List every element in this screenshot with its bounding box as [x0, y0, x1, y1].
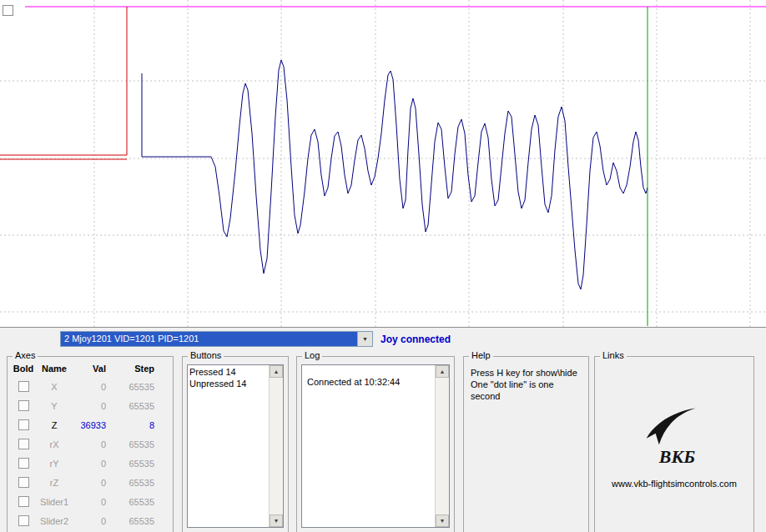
axis-step: 8	[108, 420, 159, 430]
axis-name: Slider1	[36, 497, 73, 507]
axes-group: Axes Bold Name Val Step X 0 65535 Y 0 65…	[7, 356, 174, 532]
axes-table-rows: X 0 65535 Y 0 65535 Z 36933 8 rX 0 65535…	[11, 377, 169, 530]
bold-checkbox[interactable]	[18, 400, 29, 411]
links-group-title: Links	[600, 350, 627, 360]
axis-row: rX 0 65535	[11, 434, 169, 454]
axis-value: 0	[73, 516, 108, 526]
arrow-down-icon: ▼	[274, 518, 280, 524]
header-val: Val	[73, 364, 108, 374]
buttons-scrollbar[interactable]: ▲ ▼	[269, 365, 283, 527]
axis-step: 65535	[108, 401, 159, 411]
axis-name: Slider2	[36, 516, 73, 526]
buttons-group: Buttons Pressed 14Unpressed 14 ▲ ▼	[182, 356, 289, 532]
log-item: Connected at 10:32:44	[307, 376, 434, 388]
axis-value: 0	[73, 497, 108, 507]
chevron-down-icon: ▼	[362, 336, 368, 342]
button-event-item: Unpressed 14	[189, 378, 268, 389]
axis-step: 65535	[108, 439, 159, 449]
axis-name: Z	[36, 420, 73, 430]
header-step: Step	[108, 364, 159, 374]
joy-status-label: Joy connected	[380, 334, 451, 345]
log-list-items: Connected at 10:32:44	[302, 365, 436, 527]
header-bold: Bold	[11, 364, 36, 374]
axis-value: 0	[73, 439, 108, 449]
axis-value: 0	[73, 478, 108, 488]
axes-table-header: Bold Name Val Step	[11, 364, 169, 374]
axis-name: Y	[36, 401, 73, 411]
scroll-down-button[interactable]: ▼	[270, 514, 283, 527]
axis-step: 65535	[108, 478, 159, 488]
arrow-down-icon: ▼	[440, 518, 446, 524]
axis-name: rZ	[36, 478, 73, 488]
arrow-up-icon: ▲	[274, 369, 280, 374]
scroll-down-button[interactable]: ▼	[436, 514, 449, 527]
button-event-item: Pressed 14	[189, 366, 268, 378]
help-group-title: Help	[469, 350, 493, 360]
vkb-logo-text: ВКБ	[658, 447, 695, 467]
help-text: Press H key for show\hide One "dot line"…	[464, 357, 588, 402]
axis-name: rY	[36, 459, 73, 469]
header-name: Name	[36, 364, 73, 374]
vkb-logo-bird	[647, 409, 696, 445]
bold-checkbox[interactable]	[18, 477, 29, 488]
axes-group-title: Axes	[13, 350, 38, 360]
device-selector-value: 2 Mjoy1201 VID=1201 PID=1201	[61, 332, 357, 346]
scroll-up-button[interactable]: ▲	[270, 365, 283, 378]
buttons-list-items: Pressed 14Unpressed 14	[188, 365, 270, 527]
combo-dropdown-button[interactable]: ▼	[357, 332, 372, 346]
log-scrollbar[interactable]: ▲ ▼	[435, 365, 449, 527]
axis-name: X	[36, 382, 73, 392]
axes-plot-area	[0, 0, 766, 328]
axis-step: 65535	[108, 459, 159, 469]
links-group: Links ВКБ www.vkb-flightsimcontrols.com	[594, 356, 754, 532]
help-line: Press H key for show\hide	[471, 367, 585, 379]
axis-step: 65535	[108, 497, 159, 507]
chart-checkbox[interactable]	[3, 5, 13, 16]
help-line: One "dot line" is one second	[471, 379, 585, 402]
scroll-up-button[interactable]: ▲	[436, 365, 449, 378]
vkb-logo: ВКБ	[641, 405, 711, 469]
bold-checkbox[interactable]	[18, 381, 29, 392]
bold-checkbox[interactable]	[18, 439, 29, 449]
log-group-title: Log	[302, 350, 322, 360]
axis-step: 65535	[108, 516, 159, 526]
log-listbox[interactable]: Connected at 10:32:44 ▲ ▼	[301, 364, 450, 528]
help-group: Help Press H key for show\hide One "dot …	[463, 356, 589, 532]
axis-row: rY 0 65535	[11, 454, 169, 473]
axis-row: rZ 0 65535	[11, 473, 169, 492]
axis-step: 65535	[108, 382, 159, 392]
bold-checkbox[interactable]	[18, 515, 29, 526]
axis-value: 36933	[73, 420, 108, 430]
axis-value: 0	[73, 401, 108, 411]
bold-checkbox[interactable]	[18, 458, 29, 469]
axis-row: Slider1 0 65535	[11, 492, 169, 511]
axis-row: Y 0 65535	[11, 396, 169, 415]
axis-name: rX	[36, 439, 73, 449]
axis-row: Z 36933 8	[11, 415, 169, 434]
buttons-listbox[interactable]: Pressed 14Unpressed 14 ▲ ▼	[187, 364, 284, 528]
z-axis-trace	[142, 60, 648, 289]
axes-plot	[0, 0, 766, 327]
device-selector[interactable]: 2 Mjoy1201 VID=1201 PID=1201 ▼	[60, 331, 373, 347]
arrow-up-icon: ▲	[440, 369, 446, 374]
axis-row: X 0 65535	[11, 377, 169, 396]
axis-value: 0	[73, 459, 108, 469]
bold-checkbox[interactable]	[18, 419, 29, 430]
bold-checkbox[interactable]	[18, 496, 29, 507]
log-group: Log Connected at 10:32:44 ▲ ▼	[296, 356, 455, 532]
buttons-group-title: Buttons	[188, 350, 224, 360]
axis-value: 0	[73, 382, 108, 392]
vkb-website-link[interactable]: www.vkb-flightsimcontrols.com	[595, 479, 753, 489]
axis-row: Slider2 0 65535	[11, 511, 169, 530]
